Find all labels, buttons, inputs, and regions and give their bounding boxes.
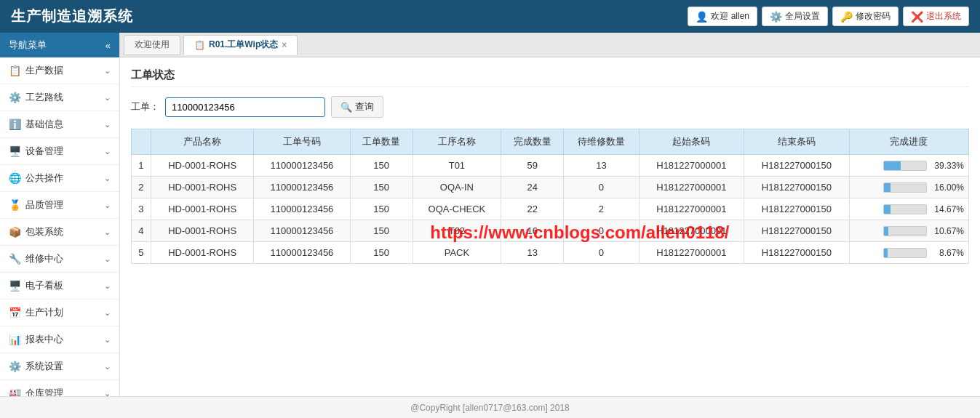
cell-order-no: 110000123456: [254, 242, 350, 264]
cell-end-code: H181227000150: [744, 198, 850, 220]
sidebar-item-system-settings[interactable]: ⚙️ 系统设置 ⌄: [0, 353, 119, 380]
cell-process: PACK: [413, 242, 501, 264]
chevron-icon: ⌄: [104, 335, 111, 345]
progress-bar-fill: [884, 183, 891, 192]
cell-progress: 8.67%: [849, 242, 968, 264]
cell-progress: 16.00%: [849, 177, 968, 198]
quality-icon: 🏅: [9, 199, 21, 211]
cell-end-code: H181227000150: [744, 220, 850, 242]
cell-qty: 150: [350, 198, 413, 220]
cell-start-code: H181227000001: [639, 220, 744, 242]
sidebar-item-production-plan[interactable]: 📅 生产计划 ⌄: [0, 300, 119, 326]
cell-order-no: 110000123456: [254, 155, 350, 177]
cell-process: OQA-CHECK: [413, 198, 501, 220]
search-icon: 🔍: [340, 102, 352, 113]
col-pending: 待维修数量: [564, 129, 639, 155]
table-row: 3 HD-0001-ROHS 110000123456 150 OQA-CHEC…: [132, 198, 969, 220]
chevron-icon: ⌄: [104, 254, 111, 264]
sidebar-item-e-kanban[interactable]: 🖥️ 电子看板 ⌄: [0, 273, 119, 300]
progress-bar-fill: [884, 161, 901, 170]
production-data-icon: 📋: [9, 65, 21, 76]
report-icon: 📊: [9, 334, 21, 345]
chevron-icon: ⌄: [104, 308, 111, 318]
cell-pending: 13: [564, 155, 639, 177]
chevron-icon: ⌄: [104, 228, 111, 237]
chevron-icon: ⌄: [104, 147, 111, 156]
plan-icon: 📅: [9, 307, 21, 318]
gear-icon: ⚙️: [770, 11, 782, 23]
cell-no: 5: [132, 242, 151, 264]
sidebar-item-process-route[interactable]: ⚙️ 工艺路线 ⌄: [0, 84, 119, 111]
progress-bar-fill: [884, 205, 891, 214]
chevron-icon: ⌄: [104, 174, 111, 183]
data-table: 产品名称 工单号码 工单数量 工序名称 完成数量 待维修数量 起始条码 结束条码…: [131, 129, 969, 264]
sidebar-item-quality-mgmt[interactable]: 🏅 品质管理 ⌄: [0, 192, 119, 219]
search-button[interactable]: 🔍 查询: [331, 96, 383, 118]
cell-end-code: H181227000150: [744, 242, 850, 264]
cell-done: 16: [501, 220, 564, 242]
maintenance-icon: 🔧: [9, 253, 21, 265]
table-row: 1 HD-0001-ROHS 110000123456 150 T01 59 1…: [132, 155, 969, 177]
change-password-btn[interactable]: 🔑 修改密码: [832, 7, 899, 26]
search-label: 工单：: [131, 100, 159, 113]
cell-qty: 150: [350, 242, 413, 264]
cell-done: 13: [501, 242, 564, 264]
col-process: 工序名称: [413, 129, 501, 155]
chevron-icon: ⌄: [104, 93, 111, 103]
cell-product: HD-0001-ROHS: [151, 242, 254, 264]
sidebar-item-warehouse-mgmt[interactable]: 🏭 仓库管理 ⌄: [0, 380, 119, 396]
cell-start-code: H181227000001: [639, 242, 744, 264]
cell-pending: 0: [564, 242, 639, 264]
global-settings-btn[interactable]: ⚙️ 全局设置: [762, 7, 828, 26]
col-progress: 完成进度: [849, 129, 968, 155]
cell-done: 24: [501, 177, 564, 198]
collapse-icon[interactable]: «: [105, 40, 111, 51]
sidebar-item-packaging[interactable]: 📦 包装系统 ⌄: [0, 219, 119, 246]
public-ops-icon: 🌐: [9, 172, 21, 184]
search-input[interactable]: [165, 97, 325, 117]
cell-no: 4: [132, 220, 151, 242]
table-row: 5 HD-0001-ROHS 110000123456 150 PACK 13 …: [132, 242, 969, 264]
welcome-btn[interactable]: 👤 欢迎 allen: [688, 7, 757, 26]
app-title: 生产制造追溯系统: [11, 7, 133, 26]
cell-no: 1: [132, 155, 151, 177]
sidebar-item-production-data[interactable]: 📋 生产数据 ⌄: [0, 57, 119, 84]
sidebar-item-equipment-mgmt[interactable]: 🖥️ 设备管理 ⌄: [0, 138, 119, 165]
tab-r01[interactable]: 📋 R01.工单Wip状态 ×: [183, 35, 298, 55]
cell-order-no: 110000123456: [254, 220, 350, 242]
kanban-icon: 🖥️: [9, 280, 21, 292]
progress-bar-container: [883, 204, 927, 214]
col-qty: 工单数量: [350, 129, 413, 155]
progress-bar-fill: [884, 227, 888, 236]
sidebar-item-report-center[interactable]: 📊 报表中心 ⌄: [0, 326, 119, 353]
cell-product: HD-0001-ROHS: [151, 220, 254, 242]
cell-progress: 10.67%: [849, 220, 968, 242]
key-icon: 🔑: [840, 11, 853, 23]
progress-text: 8.67%: [931, 248, 964, 258]
col-done: 完成数量: [501, 129, 564, 155]
chevron-icon: ⌄: [104, 66, 111, 76]
logout-btn[interactable]: ❌ 退出系统: [903, 7, 969, 26]
sidebar-item-public-ops[interactable]: 🌐 公共操作 ⌄: [0, 165, 119, 192]
tab-close-btn[interactable]: ×: [282, 40, 287, 50]
cell-end-code: H181227000150: [744, 177, 850, 198]
col-product: 产品名称: [151, 129, 254, 155]
sidebar-title: 导航菜单: [9, 39, 47, 52]
content-area: 欢迎使用 📋 R01.工单Wip状态 × 工单状态 工单： 🔍 查询: [120, 33, 980, 396]
tab-welcome[interactable]: 欢迎使用: [124, 35, 180, 55]
sidebar-item-basic-info[interactable]: ℹ️ 基础信息 ⌄: [0, 111, 119, 138]
cell-done: 22: [501, 198, 564, 220]
search-bar: 工单： 🔍 查询: [131, 96, 969, 118]
progress-text: 10.67%: [931, 226, 964, 236]
cell-start-code: H181227000001: [639, 155, 744, 177]
cell-qty: 150: [350, 177, 413, 198]
sidebar: 导航菜单 « 📋 生产数据 ⌄ ⚙️ 工艺路线 ⌄ ℹ️: [0, 33, 120, 396]
cell-pending: 0: [564, 177, 639, 198]
sidebar-item-maintenance[interactable]: 🔧 维修中心 ⌄: [0, 246, 119, 273]
cell-qty: 150: [350, 155, 413, 177]
page-title: 工单状态: [131, 68, 969, 87]
cell-pending: 0: [564, 220, 639, 242]
equipment-icon: 🖥️: [9, 145, 21, 157]
tab-r01-icon: 📋: [194, 40, 205, 50]
sidebar-header: 导航菜单 «: [0, 33, 119, 57]
